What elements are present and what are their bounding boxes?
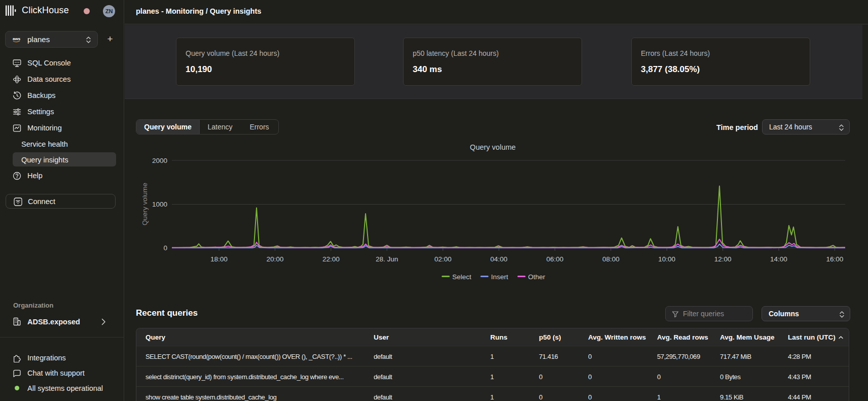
svg-text:18:00: 18:00 [210, 255, 228, 263]
svg-text:Insert: Insert [491, 273, 509, 281]
svg-text:14:00: 14:00 [770, 255, 787, 263]
svg-text:Select: Select [452, 273, 472, 281]
svg-text:22:00: 22:00 [322, 255, 340, 263]
svg-text:Query volume: Query volume [470, 143, 516, 151]
svg-text:08:00: 08:00 [602, 255, 620, 263]
svg-text:Other: Other [528, 273, 546, 281]
svg-text:aws: aws [13, 37, 20, 41]
svg-text:16:00: 16:00 [826, 255, 844, 263]
svg-text:04:00: 04:00 [490, 255, 508, 263]
svg-text:20:00: 20:00 [267, 255, 284, 263]
svg-text:12:00: 12:00 [714, 255, 732, 263]
svg-text:1000: 1000 [152, 201, 167, 208]
svg-text:28. Jun: 28. Jun [376, 255, 398, 263]
svg-text:2000: 2000 [152, 157, 167, 164]
svg-text:10:00: 10:00 [658, 255, 675, 263]
svg-text:02:00: 02:00 [435, 255, 452, 263]
svg-text:0: 0 [163, 244, 167, 252]
svg-text:Query volume: Query volume [141, 183, 149, 225]
svg-text:06:00: 06:00 [547, 255, 564, 263]
